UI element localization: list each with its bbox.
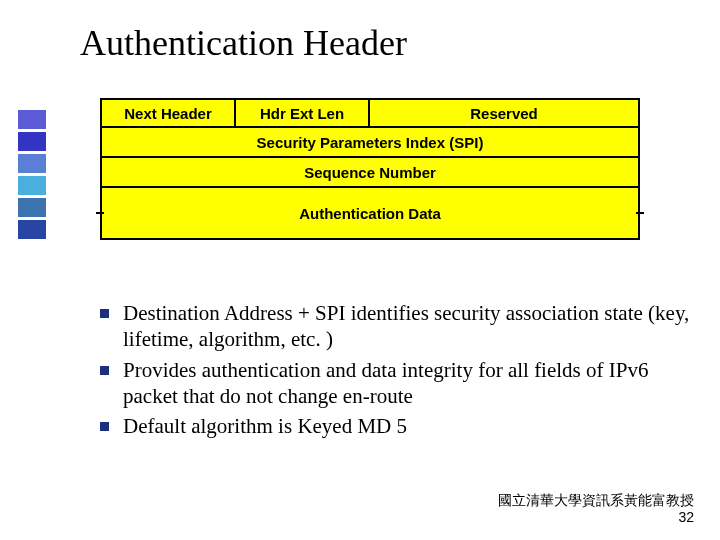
field-reserved: Reserved <box>368 98 640 128</box>
bullet-text: Provides authentication and data integri… <box>123 357 690 410</box>
footer-page-number: 32 <box>498 509 694 526</box>
list-item: Provides authentication and data integri… <box>100 357 690 410</box>
sidebar-block <box>18 176 46 195</box>
list-item: Destination Address + SPI identifies sec… <box>100 300 690 353</box>
bullet-icon <box>100 309 109 318</box>
field-next-header: Next Header <box>100 98 236 128</box>
field-auth-data-label: Authentication Data <box>299 205 441 222</box>
packet-row-3: Sequence Number <box>100 158 640 188</box>
bullet-list: Destination Address + SPI identifies sec… <box>100 300 690 443</box>
bullet-icon <box>100 422 109 431</box>
slide-title: Authentication Header <box>80 22 407 64</box>
sidebar-block <box>18 132 46 151</box>
bullet-text: Destination Address + SPI identifies sec… <box>123 300 690 353</box>
field-spi: Security Parameters Index (SPI) <box>100 126 640 158</box>
sidebar-block <box>18 198 46 217</box>
field-sequence-number: Sequence Number <box>100 156 640 188</box>
sidebar-block <box>18 154 46 173</box>
tick-mark <box>96 212 104 214</box>
packet-diagram: Next Header Hdr Ext Len Reserved Securit… <box>100 98 640 240</box>
tick-mark <box>636 212 644 214</box>
slide: Authentication Header Next Header Hdr Ex… <box>0 0 720 540</box>
list-item: Default algorithm is Keyed MD 5 <box>100 413 690 439</box>
bullet-text: Default algorithm is Keyed MD 5 <box>123 413 690 439</box>
sidebar-block <box>18 110 46 129</box>
decorative-sidebar <box>18 110 46 239</box>
sidebar-block <box>18 220 46 239</box>
field-hdr-ext-len: Hdr Ext Len <box>234 98 370 128</box>
footer-affiliation: 國立清華大學資訊系黃能富教授 <box>498 492 694 509</box>
packet-row-1: Next Header Hdr Ext Len Reserved <box>100 98 640 128</box>
packet-row-2: Security Parameters Index (SPI) <box>100 128 640 158</box>
bullet-icon <box>100 366 109 375</box>
packet-row-4: Authentication Data <box>100 188 640 240</box>
field-auth-data: Authentication Data <box>100 188 640 240</box>
slide-footer: 國立清華大學資訊系黃能富教授 32 <box>498 492 694 526</box>
